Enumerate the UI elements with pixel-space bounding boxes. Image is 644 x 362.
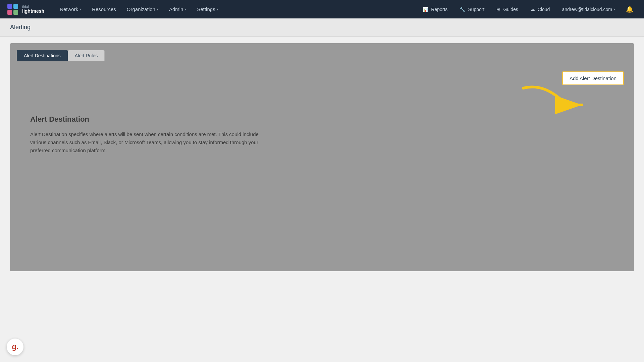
grammarly-label: g. (12, 343, 18, 351)
nav-organization[interactable]: Organization ▾ (121, 0, 164, 18)
empty-state-description: Alert Destination specifies where alerts… (30, 130, 262, 155)
cloud-icon: ☁ (530, 7, 535, 12)
add-button-container: Add Alert Destination (562, 71, 624, 85)
tabs-container: Alert Destinations Alert Rules (10, 43, 634, 61)
svg-rect-0 (7, 4, 12, 9)
nav-admin[interactable]: Admin ▾ (164, 0, 192, 18)
grammarly-button[interactable]: g. (7, 339, 23, 355)
nav-settings[interactable]: Settings ▾ (192, 0, 223, 18)
content-panel: Add Alert Destination Alert Destination … (10, 61, 634, 262)
arrow-annotation (517, 81, 590, 128)
logo-icon (7, 3, 19, 15)
wrench-icon: 🔧 (460, 7, 465, 12)
tab-alert-destinations[interactable]: Alert Destinations (17, 50, 68, 61)
empty-state: Alert Destination Alert Destination spec… (20, 75, 272, 168)
svg-rect-3 (13, 10, 18, 15)
chevron-down-icon: ▾ (184, 7, 186, 11)
nav-support[interactable]: 🔧 Support (454, 0, 490, 18)
nav-right: 📊 Reports 🔧 Support ⊞ Guides ☁ Cloud and… (417, 0, 637, 18)
nav-bell[interactable]: 🔔 (622, 0, 637, 18)
grid-icon: ⊞ (496, 7, 500, 12)
nav-resources[interactable]: Resources (87, 0, 121, 18)
empty-state-title: Alert Destination (30, 115, 262, 124)
chevron-down-icon: ▾ (217, 7, 218, 11)
logo[interactable]: tidal lightmesh (7, 3, 44, 15)
chevron-down-icon: ▾ (157, 7, 158, 11)
logo-text: tidal lightmesh (22, 5, 44, 14)
logo-lightmesh-label: lightmesh (22, 9, 44, 14)
page-header: Alerting (0, 18, 644, 37)
navbar: tidal lightmesh Network ▾ Resources Orga… (0, 0, 644, 18)
nav-cloud[interactable]: ☁ Cloud (525, 0, 555, 18)
svg-rect-1 (13, 4, 18, 9)
add-alert-destination-button[interactable]: Add Alert Destination (562, 71, 624, 85)
chevron-down-icon: ▾ (613, 7, 615, 11)
bell-icon: 🔔 (626, 6, 633, 13)
nav-guides[interactable]: ⊞ Guides (491, 0, 523, 18)
page-title: Alerting (10, 24, 634, 31)
nav-reports[interactable]: 📊 Reports (417, 0, 453, 18)
tab-alert-rules[interactable]: Alert Rules (68, 50, 105, 61)
main-content: Alert Destinations Alert Rules Add Alert… (10, 43, 634, 271)
nav-items: Network ▾ Resources Organization ▾ Admin… (54, 0, 417, 18)
chevron-down-icon: ▾ (79, 7, 81, 11)
chart-icon: 📊 (423, 7, 428, 12)
nav-network[interactable]: Network ▾ (54, 0, 87, 18)
svg-rect-2 (7, 10, 12, 15)
nav-user[interactable]: andrew@tidalcloud.com ▾ (556, 0, 621, 18)
